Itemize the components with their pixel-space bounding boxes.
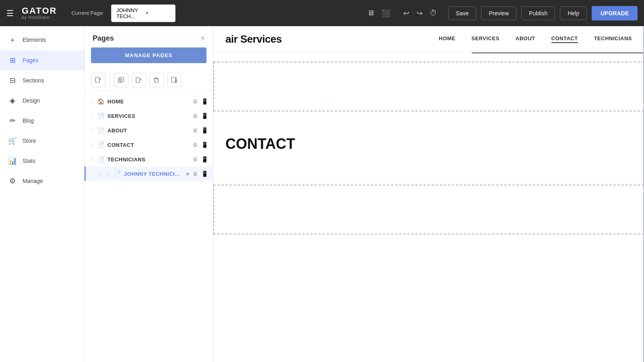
logo: GATOR by HostGator	[22, 6, 57, 20]
sidebar-item-label-manage: Manage	[23, 178, 43, 184]
page-list-item-technicians[interactable]: ⋮ 📄 TECHNICIANS 🖥 📱	[85, 152, 213, 167]
home-mobile-toggle[interactable]: 📱	[201, 98, 208, 105]
svg-rect-6	[136, 78, 140, 82]
desktop-view-button[interactable]: 🖥	[365, 7, 376, 19]
nav-link-services[interactable]: SERVICES	[471, 35, 500, 43]
history-button[interactable]: ⏱	[428, 7, 439, 19]
about-mobile-toggle[interactable]: 📱	[201, 127, 208, 134]
delete-page-button[interactable]	[149, 73, 164, 87]
manage-pages-button[interactable]: MANAGE PAGES	[91, 47, 206, 63]
services-mobile-toggle[interactable]: 📱	[201, 113, 208, 119]
duplicate-page-button[interactable]: x2	[114, 73, 128, 87]
svg-rect-8	[155, 79, 158, 82]
sidebar-item-store[interactable]: 🛒 Store	[0, 131, 84, 151]
home-page-controls: 🖥 📱	[192, 98, 208, 105]
stats-icon: 📊	[8, 156, 17, 165]
import-page-button[interactable]	[167, 73, 182, 87]
johnny-page-controls: 🖥 📱	[192, 171, 208, 177]
sidebar-item-elements[interactable]: ＋ Elements	[0, 29, 84, 50]
page-list-item-contact[interactable]: ⋮ 📄 CONTACT 🖥 📱	[85, 138, 213, 152]
home-page-name: HOME	[107, 99, 189, 105]
drag-handle-johnny-sub: ⋮	[97, 171, 102, 177]
contact-desktop-toggle[interactable]: 🖥	[192, 142, 198, 148]
tablet-view-button[interactable]: ⬛	[380, 7, 392, 19]
services-page-icon: 📄	[97, 113, 104, 119]
sidebar-item-sections[interactable]: ⊟ Sections	[0, 70, 84, 90]
sidebar-item-blog[interactable]: ✏ Blog	[0, 111, 84, 131]
technicians-desktop-toggle[interactable]: 🖥	[192, 156, 198, 162]
close-panel-button[interactable]: ×	[200, 34, 205, 43]
nav-link-contact[interactable]: CONTACT	[551, 35, 578, 43]
preview-button[interactable]: Preview	[481, 6, 516, 20]
johnny-desktop-toggle[interactable]: 🖥	[192, 171, 198, 177]
sidebar-item-pages[interactable]: ⊞ Pages	[0, 50, 84, 70]
sidebar-item-manage[interactable]: ⚙ Manage	[0, 171, 84, 191]
page-list-item-johnny-tech[interactable]: ⋮ ⋮ 📄 JOHNNY TECHNICI... ≡ 🖥 📱	[85, 167, 213, 181]
johnny-page-settings[interactable]: ≡	[186, 171, 189, 177]
logo-sub: by HostGator	[22, 15, 50, 20]
design-icon: ◈	[8, 96, 17, 105]
sidebar-item-label-design: Design	[23, 97, 40, 104]
services-page-name: SERVICES	[107, 113, 189, 119]
redo-button[interactable]: ↪	[415, 7, 424, 19]
canvas-section-bottom	[213, 185, 644, 234]
drag-handle-about: ⋮	[89, 128, 94, 133]
technicians-page-icon: 📄	[97, 156, 104, 162]
nav-link-home[interactable]: HOME	[439, 35, 455, 43]
current-page-label: Current Page:	[71, 10, 104, 16]
page-list-item-home[interactable]: ⋮ 🏠 HOME 🖥 📱	[85, 94, 213, 109]
publish-button[interactable]: Publish	[521, 6, 555, 20]
drag-handle-services: ⋮	[89, 113, 94, 119]
canvas-section-top	[213, 62, 644, 111]
services-page-controls: 🖥 📱	[192, 113, 208, 119]
nav-link-about[interactable]: ABOUT	[516, 35, 535, 43]
home-page-icon: 🏠	[97, 98, 104, 105]
svg-text:AI: AI	[140, 78, 142, 81]
drag-handle-johnny-sub2: ⋮	[106, 171, 111, 177]
drag-handle-home: ⋮	[89, 99, 94, 104]
svg-text:x2: x2	[119, 78, 122, 81]
hamburger-icon[interactable]: ☰	[6, 8, 14, 18]
pages-icon: ⊞	[8, 56, 17, 65]
sidebar-item-label-pages: Pages	[23, 57, 39, 64]
view-icons: 🖥 ⬛	[365, 7, 392, 19]
page-dropdown[interactable]: JOHNNY TECH... ▼	[111, 4, 175, 22]
save-button[interactable]: Save	[448, 6, 477, 20]
home-desktop-toggle[interactable]: 🖥	[192, 98, 198, 105]
contact-heading: CONTACT	[225, 136, 632, 152]
johnny-mobile-toggle[interactable]: 📱	[201, 171, 208, 177]
add-page-button[interactable]	[91, 73, 105, 87]
about-page-icon: 📄	[97, 127, 104, 134]
nav-link-technicians[interactable]: TECHNICIANS	[594, 35, 632, 43]
about-page-name: ABOUT	[107, 128, 189, 134]
logo-main: GATOR	[22, 6, 57, 15]
plus-icon: ＋	[8, 35, 17, 45]
technicians-mobile-toggle[interactable]: 📱	[201, 156, 208, 162]
contact-page-icon: 📄	[97, 142, 104, 148]
upgrade-button[interactable]: UPGRADE	[592, 6, 638, 21]
sidebar-item-stats[interactable]: 📊 Stats	[0, 151, 84, 171]
blog-icon: ✏	[8, 116, 17, 125]
page-list-item-services[interactable]: ⋮ 📄 SERVICES 🖥 📱	[85, 109, 213, 123]
canvas-area: Call Now : 8767-4567432 air Services HOM…	[213, 26, 644, 362]
pages-panel-header: Pages ×	[85, 26, 213, 47]
sidebar-item-design[interactable]: ◈ Design	[0, 90, 84, 111]
undo-button[interactable]: ↩	[402, 7, 411, 19]
about-desktop-toggle[interactable]: 🖥	[192, 127, 198, 134]
contact-section: CONTACT	[213, 119, 644, 177]
svg-rect-0	[95, 77, 99, 82]
contact-page-controls: 🖥 📱	[192, 142, 208, 148]
sidebar-item-label-elements: Elements	[23, 37, 46, 43]
contact-mobile-toggle[interactable]: 📱	[201, 142, 208, 148]
technicians-page-name: TECHNICIANS	[107, 156, 189, 162]
main-layout: ＋ Elements ⊞ Pages ⊟ Sections ◈ Design ✏…	[0, 26, 644, 362]
chevron-down-icon: ▼	[145, 11, 170, 15]
ai-page-button[interactable]: AI	[132, 73, 146, 87]
services-desktop-toggle[interactable]: 🖥	[192, 113, 198, 119]
page-list-item-about[interactable]: ⋮ 📄 ABOUT 🖥 📱	[85, 123, 213, 138]
svg-rect-11	[171, 77, 175, 82]
topbar: ☰ GATOR by HostGator Current Page: JOHNN…	[0, 0, 644, 26]
help-button[interactable]: Help	[560, 6, 587, 20]
manage-icon: ⚙	[8, 177, 17, 185]
history-icons: ↩ ↪ ⏱	[402, 7, 439, 19]
